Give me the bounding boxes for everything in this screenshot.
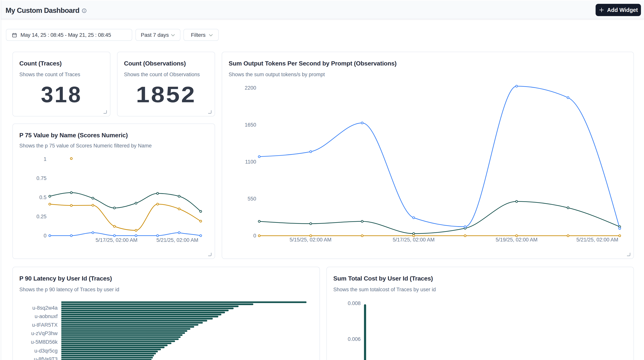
svg-text:0: 0 <box>44 233 46 239</box>
svg-text:1: 1 <box>44 156 46 162</box>
svg-text:1100: 1100 <box>245 159 256 165</box>
svg-text:5/19/25, 02:00 AM: 5/19/25, 02:00 AM <box>496 237 538 243</box>
svg-text:u-aobnuxf: u-aobnuxf <box>35 313 58 319</box>
svg-text:0: 0 <box>253 233 256 239</box>
svg-text:0.25: 0.25 <box>36 214 46 219</box>
svg-text:u-5M8D56k: u-5M8D56k <box>31 339 58 345</box>
svg-text:5/15/25, 02:00 AM: 5/15/25, 02:00 AM <box>290 237 331 243</box>
svg-text:0.006: 0.006 <box>348 336 361 342</box>
svg-text:u-8sq2w4a: u-8sq2w4a <box>32 305 58 311</box>
svg-text:1650: 1650 <box>245 122 256 128</box>
svg-text:u-d3qr5cg: u-d3qr5cg <box>34 348 58 354</box>
svg-text:5/21/25, 02:00 AM: 5/21/25, 02:00 AM <box>576 237 618 243</box>
svg-text:2200: 2200 <box>245 85 256 91</box>
svg-text:5/17/25, 02:00 AM: 5/17/25, 02:00 AM <box>96 237 137 243</box>
svg-text:0.75: 0.75 <box>36 175 46 181</box>
svg-text:0.008: 0.008 <box>348 300 361 306</box>
svg-text:u-8fVa9T3: u-8fVa9T3 <box>34 356 58 360</box>
svg-text:u-tFAR5TX: u-tFAR5TX <box>32 322 58 328</box>
svg-text:5/21/25, 02:00 AM: 5/21/25, 02:00 AM <box>156 237 198 243</box>
svg-text:550: 550 <box>248 196 256 202</box>
svg-text:5/17/25, 02:00 AM: 5/17/25, 02:00 AM <box>392 237 434 243</box>
svg-text:u-zVqP3hw: u-zVqP3hw <box>31 330 58 336</box>
svg-text:0.5: 0.5 <box>39 195 46 200</box>
